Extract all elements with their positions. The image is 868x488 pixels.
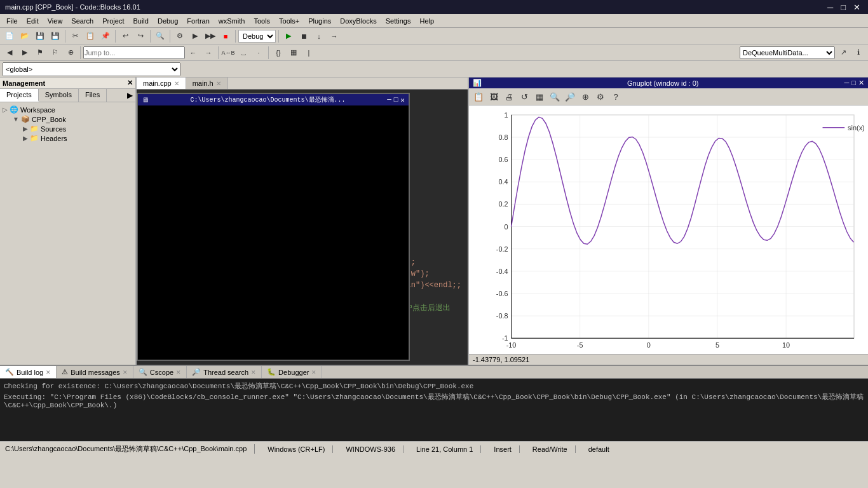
build-log-close[interactable]: ✕: [46, 369, 51, 376]
tb2-spc[interactable]: ⎵: [236, 46, 250, 60]
maximize-button[interactable]: □: [838, 3, 848, 12]
debug-dropdown[interactable]: Debug: [238, 30, 276, 43]
tree-sources[interactable]: ▶ 📁 Sources: [3, 124, 133, 133]
minimize-button[interactable]: ─: [825, 3, 836, 12]
save-button[interactable]: 💾: [33, 29, 47, 43]
tb2-ab[interactable]: A↔B: [221, 46, 235, 60]
tb2-info[interactable]: ℹ: [851, 46, 865, 60]
gnuplot-controls[interactable]: ─ □ ✕: [844, 79, 864, 87]
gp-print-btn[interactable]: 🖨: [502, 90, 516, 104]
build-run-button[interactable]: ▶▶: [203, 29, 217, 43]
menu-project[interactable]: Project: [98, 16, 128, 26]
btab-thread-search[interactable]: 🔎 Thread search ✕: [187, 366, 262, 378]
debug-stop-button[interactable]: ⏹: [297, 29, 311, 43]
btab-build-log[interactable]: 🔨 Build log ✕: [0, 366, 57, 378]
menu-view[interactable]: View: [44, 16, 67, 26]
close-button[interactable]: ✕: [851, 3, 863, 12]
debug-next-button[interactable]: →: [327, 29, 341, 43]
gp-settings-btn[interactable]: ⚙: [593, 90, 607, 104]
terminal-body[interactable]: [138, 105, 409, 360]
build-messages-close[interactable]: ✕: [123, 369, 128, 376]
btab-build-messages[interactable]: ⚠ Build messages ✕: [57, 366, 133, 378]
tb2-col[interactable]: |: [302, 46, 316, 60]
tree-workspace[interactable]: ▷ 🌐 Workspace: [3, 105, 133, 114]
terminal-minimize[interactable]: ─: [387, 96, 391, 104]
btab-debugger[interactable]: 🐛 Debugger ✕: [262, 366, 322, 378]
cscope-close[interactable]: ✕: [176, 369, 181, 376]
find-button[interactable]: 🔍: [153, 29, 167, 43]
tab-main-cpp[interactable]: main.cpp ✕: [137, 78, 186, 89]
jump-input[interactable]: [83, 46, 185, 59]
gp-zoom-btn[interactable]: ⊕: [578, 90, 592, 104]
menu-fortran[interactable]: Fortran: [183, 16, 213, 26]
gp-grid-btn[interactable]: ▦: [532, 90, 546, 104]
function-dropdown[interactable]: DeQueueMultiData...: [740, 46, 835, 59]
tb2-dot[interactable]: ·: [252, 46, 266, 60]
tb2-goto[interactable]: ↗: [836, 46, 850, 60]
global-dropdown[interactable]: <global>: [3, 62, 180, 76]
tb2-btn2[interactable]: ▶: [18, 46, 32, 60]
gnuplot-maximize[interactable]: □: [851, 79, 856, 87]
gnuplot-close[interactable]: ✕: [858, 79, 864, 87]
save-all-button[interactable]: 💾: [48, 29, 62, 43]
gp-copy-btn[interactable]: 📋: [471, 90, 485, 104]
gp-help-btn[interactable]: ?: [609, 90, 623, 104]
gp-zoomout-btn[interactable]: 🔎: [563, 90, 577, 104]
tb2-match[interactable]: {}: [271, 46, 285, 60]
new-button[interactable]: 📄: [3, 29, 17, 43]
copy-button[interactable]: 📋: [83, 29, 97, 43]
menu-wxsmith[interactable]: wxSmith: [215, 16, 249, 26]
tab-main-h[interactable]: main.h ✕: [186, 78, 228, 89]
open-button[interactable]: 📂: [18, 29, 32, 43]
tab-main-h-close[interactable]: ✕: [216, 80, 221, 87]
undo-button[interactable]: ↩: [118, 29, 132, 43]
menu-search[interactable]: Search: [67, 16, 97, 26]
cut-button[interactable]: ✂: [68, 29, 82, 43]
menu-help[interactable]: Help: [416, 16, 438, 26]
tb2-btn4[interactable]: ⚐: [48, 46, 62, 60]
menu-doxyblocks[interactable]: DoxyBlocks: [336, 16, 380, 26]
gp-zoomin-btn[interactable]: 🔍: [548, 90, 562, 104]
debug-run-button[interactable]: ▶: [281, 29, 295, 43]
redo-button[interactable]: ↪: [133, 29, 147, 43]
left-panel-close[interactable]: ✕: [127, 79, 133, 87]
stop-button[interactable]: ■: [219, 29, 233, 43]
gp-refresh-btn[interactable]: ↺: [517, 90, 531, 104]
tab-projects[interactable]: Projects: [0, 89, 39, 102]
menu-tools-plus[interactable]: Tools+: [275, 16, 303, 26]
menu-debug[interactable]: Debug: [154, 16, 182, 26]
terminal-title-icon: 🖥: [142, 96, 149, 104]
build-button[interactable]: ⚙: [173, 29, 187, 43]
gp-save-btn[interactable]: 🖼: [487, 90, 501, 104]
menu-file[interactable]: File: [3, 16, 22, 26]
debug-step-button[interactable]: ↓: [312, 29, 326, 43]
tab-files[interactable]: Files: [79, 89, 107, 102]
jump-back[interactable]: ←: [186, 46, 200, 60]
title-bar-controls[interactable]: ─ □ ✕: [825, 3, 863, 12]
menu-edit[interactable]: Edit: [23, 16, 43, 26]
btab-cscope[interactable]: 🔍 Cscope ✕: [133, 366, 187, 378]
tb2-btn3[interactable]: ⚑: [33, 46, 47, 60]
thread-search-close[interactable]: ✕: [251, 369, 256, 376]
menu-build[interactable]: Build: [129, 16, 152, 26]
tab-main-cpp-close[interactable]: ✕: [174, 80, 179, 87]
menu-settings[interactable]: Settings: [382, 16, 415, 26]
gnuplot-minimize[interactable]: ─: [844, 79, 850, 87]
tb2-sel[interactable]: ▦: [287, 46, 301, 60]
terminal-close[interactable]: ✕: [400, 96, 405, 104]
menu-plugins[interactable]: Plugins: [304, 16, 335, 26]
tree-project[interactable]: ▼ 📦 CPP_Book: [3, 114, 133, 124]
terminal-maximize[interactable]: □: [394, 96, 398, 104]
tb2-btn5[interactable]: ⊕: [64, 46, 78, 60]
svg-text:0: 0: [647, 341, 651, 349]
run-button[interactable]: ▶: [188, 29, 202, 43]
debugger-close[interactable]: ✕: [311, 369, 316, 376]
terminal-controls[interactable]: ─ □ ✕: [387, 96, 405, 104]
tree-headers[interactable]: ▶ 📁 Headers: [3, 133, 133, 143]
paste-button[interactable]: 📌: [98, 29, 112, 43]
lpanel-nav-right[interactable]: ▶: [125, 89, 135, 102]
jump-fwd[interactable]: →: [201, 46, 215, 60]
tb2-btn1[interactable]: ◀: [3, 46, 17, 60]
tab-symbols[interactable]: Symbols: [39, 89, 79, 102]
menu-tools[interactable]: Tools: [250, 16, 274, 26]
